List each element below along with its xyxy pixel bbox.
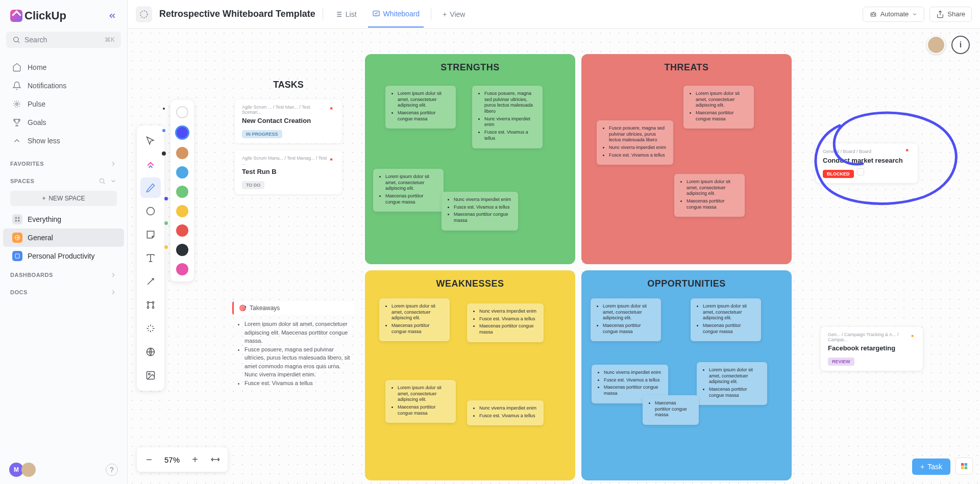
task-card[interactable]: Agile Scrum Mana... / Test Manag... / Te… xyxy=(235,150,342,194)
sticky-note[interactable]: Nunc viverra imperdiet enimFusce est. Vi… xyxy=(442,192,518,231)
svg-point-19 xyxy=(152,307,154,308)
add-view-button[interactable]: +View xyxy=(438,7,469,27)
color-tan[interactable] xyxy=(176,147,188,159)
chevron-right-icon xyxy=(110,160,117,167)
takeaways-section[interactable]: 🎯Takeaways Lorem ipsum dolor sit amet, c… xyxy=(232,301,355,387)
color-green[interactable] xyxy=(176,186,188,198)
svg-rect-6 xyxy=(15,220,17,222)
zoom-percent: 57% xyxy=(160,455,184,464)
image-tool[interactable] xyxy=(140,365,161,386)
sticky-note[interactable]: Lorem ipsum dolor sit amet, consectetuer… xyxy=(385,86,456,129)
quadrant-threats[interactable]: THREATS Lorem ipsum dolor sit amet, cons… xyxy=(581,54,792,264)
sidebar: ClickUp Search ⌘K Home Notifications Pul… xyxy=(0,0,128,484)
automate-button[interactable]: Automate xyxy=(863,7,925,22)
sticky-note[interactable]: Maecenas porttitor congue massa xyxy=(643,395,699,425)
whiteboard-canvas[interactable]: TASKS Agile Scrum ... / Test Man... / Te… xyxy=(128,29,980,484)
sticky-note[interactable]: Lorem ipsum dolor sit amet, consectetuer… xyxy=(691,298,761,341)
stroke-dot[interactable] xyxy=(162,129,165,132)
sticky-note[interactable]: Lorem ipsum dolor sit amet, consectetuer… xyxy=(385,380,456,423)
section-docs[interactable]: DOCS xyxy=(0,283,127,300)
sticky-note[interactable]: Lorem ipsum dolor sit amet, consectetuer… xyxy=(373,169,444,212)
section-favorites[interactable]: FAVORITES xyxy=(0,154,127,171)
relationship-tool[interactable] xyxy=(140,295,161,315)
connector-tool[interactable] xyxy=(140,271,161,292)
sticky-tool[interactable] xyxy=(140,224,161,245)
space-general[interactable]: General xyxy=(3,228,124,247)
zoom-out-button[interactable]: − xyxy=(140,450,158,469)
logo-icon xyxy=(10,10,22,22)
nav-notifications[interactable]: Notifications xyxy=(6,77,121,95)
color-red[interactable] xyxy=(176,224,188,237)
sticky-note[interactable]: Fusce posuere, magna sed pulvinar ultric… xyxy=(597,120,673,165)
apps-button[interactable] xyxy=(955,457,973,475)
collaborator-avatar[interactable] xyxy=(927,36,945,54)
color-white[interactable] xyxy=(176,106,188,118)
color-pink[interactable] xyxy=(176,263,188,275)
new-space-button[interactable]: +NEW SPACE xyxy=(10,191,117,206)
zoom-in-button[interactable]: + xyxy=(186,450,204,469)
collapse-sidebar-icon[interactable] xyxy=(108,11,117,20)
color-indigo[interactable] xyxy=(175,125,189,140)
search-small-icon[interactable] xyxy=(99,177,106,185)
board-icon[interactable] xyxy=(136,6,152,22)
task-card[interactable]: Agile Scrum ... / Test Man... / Test Sce… xyxy=(235,99,342,143)
task-breadcrumb: Gen... / Campaign Tracking & A... / Camp… xyxy=(828,332,916,342)
sticky-note[interactable]: Lorem ipsum dolor sit amet, consectetuer… xyxy=(379,298,450,341)
sticky-note[interactable]: Lorem ipsum dolor sit amet, consectetuer… xyxy=(591,298,661,341)
home-icon xyxy=(12,63,21,72)
spaces-actions xyxy=(99,177,117,185)
section-spaces[interactable]: SPACES xyxy=(0,171,127,189)
pointer-tool[interactable] xyxy=(140,131,161,151)
stroke-dot[interactable] xyxy=(163,108,165,110)
svg-point-22 xyxy=(149,373,150,375)
new-task-button[interactable]: +Task xyxy=(912,458,950,475)
shape-tool[interactable] xyxy=(140,201,161,221)
svg-rect-26 xyxy=(965,467,967,469)
sticky-note[interactable]: Lorem ipsum dolor sit amet, consectetuer… xyxy=(683,86,754,129)
svg-rect-4 xyxy=(15,217,17,219)
nav-home[interactable]: Home xyxy=(6,58,121,77)
tab-whiteboard[interactable]: Whiteboard xyxy=(368,7,424,28)
user-avatar-2[interactable] xyxy=(21,463,36,477)
share-button[interactable]: Share xyxy=(929,7,972,22)
clickup-tool[interactable] xyxy=(140,154,161,174)
sticky-note[interactable]: Nunc viverra imperdiet enimFusce est. Vi… xyxy=(467,400,544,425)
space-personal[interactable]: Personal Productivity xyxy=(3,247,124,265)
web-tool[interactable] xyxy=(140,342,161,362)
favorites-label: FAVORITES xyxy=(10,161,44,167)
space-everything[interactable]: Everything xyxy=(3,210,124,228)
tab-list[interactable]: List xyxy=(330,7,361,27)
color-yellow[interactable] xyxy=(176,205,188,217)
task-breadcrumb: Agile Scrum Mana... / Test Manag... / Te… xyxy=(242,156,335,166)
task-card[interactable]: Gen... / Campaign Tracking & A... / Camp… xyxy=(821,327,923,371)
nav-pulse[interactable]: Pulse xyxy=(6,95,121,113)
sticky-note[interactable]: Nunc viverra imperdiet enimFusce est. Vi… xyxy=(467,303,544,342)
section-dashboards[interactable]: DASHBOARDS xyxy=(0,265,127,283)
priority-flag-icon xyxy=(329,107,335,113)
sticky-note[interactable]: Lorem ipsum dolor sit amet, consectetuer… xyxy=(674,174,745,217)
info-icon[interactable]: i xyxy=(951,36,970,54)
text-tool[interactable] xyxy=(140,248,161,268)
task-card[interactable]: General / Board / Board Conduct market r… xyxy=(816,143,918,183)
chevron-down-icon xyxy=(912,11,918,17)
color-blue[interactable] xyxy=(176,166,188,179)
takeaway-item: Fusce est. Vivamus a tellus xyxy=(244,379,355,388)
quadrant-opportunities[interactable]: OPPORTUNITIES Lorem ipsum dolor sit amet… xyxy=(581,270,792,480)
color-black[interactable] xyxy=(176,244,188,256)
nav-goals[interactable]: Goals xyxy=(6,113,121,132)
stroke-dot[interactable] xyxy=(162,151,166,156)
sticky-note[interactable]: Lorem ipsum dolor sit amet, consectetuer… xyxy=(697,362,767,405)
quadrant-strengths[interactable]: STRENGTHS Lorem ipsum dolor sit amet, co… xyxy=(365,54,575,264)
pen-tool[interactable] xyxy=(140,177,161,198)
help-icon[interactable]: ? xyxy=(106,464,118,476)
nav-show-less[interactable]: Show less xyxy=(6,132,121,150)
sticky-note[interactable]: Fusce posuere, magna sed pulvinar ultric… xyxy=(472,86,543,148)
quadrant-weaknesses[interactable]: WEAKNESSES Lorem ipsum dolor sit amet, c… xyxy=(365,270,575,480)
fit-width-button[interactable] xyxy=(206,450,225,469)
sidebar-header: ClickUp xyxy=(0,0,127,32)
chevron-down-icon[interactable] xyxy=(110,177,117,185)
sparkle-tool[interactable] xyxy=(140,318,161,339)
logo[interactable]: ClickUp xyxy=(10,9,66,22)
search-input[interactable]: Search ⌘K xyxy=(6,32,121,48)
takeaways-label: Takeaways xyxy=(250,304,280,312)
